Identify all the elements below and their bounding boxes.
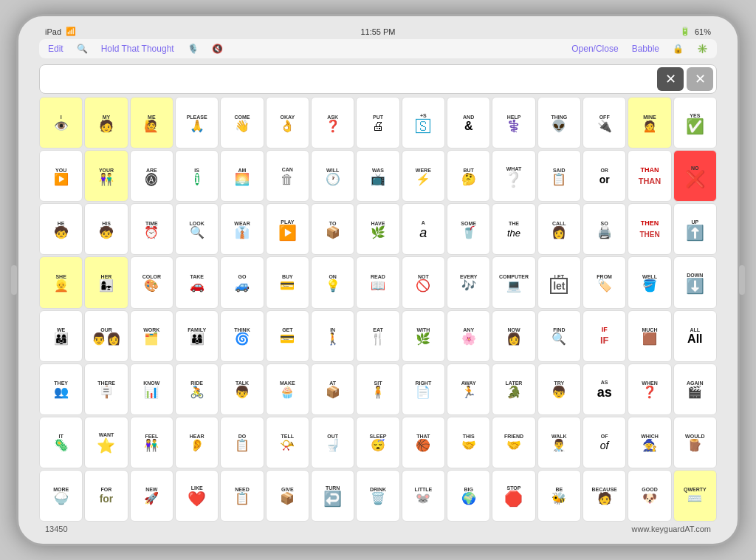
- cell-am[interactable]: AM: [220, 150, 264, 202]
- cell-her[interactable]: HER: [84, 256, 128, 308]
- cell-play[interactable]: PLAY: [266, 203, 309, 255]
- cell-is[interactable]: IS: [175, 150, 219, 202]
- cell-because[interactable]: BECAUSE: [583, 470, 626, 522]
- cell-turn[interactable]: TURN: [311, 470, 354, 522]
- cell-not[interactable]: NOT: [402, 256, 445, 308]
- cell-than[interactable]: THAN: [628, 150, 671, 202]
- cell-have[interactable]: HAVE: [356, 203, 399, 255]
- cell-give[interactable]: GIVE: [266, 470, 309, 522]
- cell-thing[interactable]: THING: [537, 97, 581, 148]
- cell-get[interactable]: GET: [266, 310, 309, 362]
- cell-eat[interactable]: EAT: [356, 310, 399, 362]
- cell-want[interactable]: WANT: [84, 417, 128, 468]
- cell-would[interactable]: WOULD: [673, 417, 717, 468]
- cell-for[interactable]: FOR: [84, 470, 128, 522]
- cell-let[interactable]: LET: [537, 256, 581, 308]
- cell-family[interactable]: FAMILY: [175, 310, 219, 362]
- side-button-left[interactable]: [11, 265, 17, 295]
- cell-he[interactable]: HE: [39, 203, 83, 255]
- cell-put[interactable]: PUT: [356, 97, 399, 148]
- text-input-bar[interactable]: ✕ ✕: [39, 64, 717, 94]
- cell-our[interactable]: OUR: [84, 310, 128, 362]
- cell-much[interactable]: MUCH: [628, 310, 671, 362]
- cell-friend[interactable]: FRIEND: [492, 417, 535, 468]
- cell-we[interactable]: WE: [39, 310, 83, 362]
- mic-icon[interactable]: 🎙️: [185, 42, 202, 55]
- cell-talk[interactable]: TALK: [220, 363, 264, 415]
- delete-char-button[interactable]: ✕: [687, 67, 713, 91]
- speaker-icon[interactable]: 🔇: [209, 42, 226, 55]
- cell-buy[interactable]: BUY: [266, 256, 309, 308]
- cell-later[interactable]: LATER: [492, 363, 535, 415]
- cell-were[interactable]: WERE: [402, 150, 445, 202]
- cell-there[interactable]: THERE: [84, 363, 128, 415]
- cell-walk[interactable]: WALK: [537, 417, 581, 468]
- cell-color[interactable]: COLOR: [130, 256, 173, 308]
- cell-do[interactable]: DO: [220, 417, 264, 468]
- cell-well[interactable]: WELL: [628, 256, 671, 308]
- cell-from[interactable]: FROM: [583, 256, 626, 308]
- cell-away[interactable]: AWAY: [447, 363, 490, 415]
- cell-down[interactable]: DOWN: [673, 256, 717, 308]
- cell-go[interactable]: GO: [220, 256, 264, 308]
- cell-s[interactable]: +S: [402, 97, 445, 148]
- cell-take[interactable]: TAKE: [175, 256, 219, 308]
- cell-wear[interactable]: WEAR: [220, 203, 264, 255]
- cell-know[interactable]: KNOW: [130, 363, 173, 415]
- cell-read[interactable]: READ: [356, 256, 399, 308]
- cell-qwerty[interactable]: QWERTY: [673, 470, 717, 522]
- cell-are[interactable]: ARE: [130, 150, 173, 202]
- cell-the[interactable]: THE: [492, 203, 535, 255]
- cell-any[interactable]: ANY: [447, 310, 490, 362]
- babble-button[interactable]: Babble: [629, 42, 662, 55]
- cell-need[interactable]: NEED: [220, 470, 264, 522]
- cell-it[interactable]: IT: [39, 417, 83, 468]
- cell-okay[interactable]: OKAY: [266, 97, 309, 148]
- cell-time[interactable]: TIME: [130, 203, 173, 255]
- cell-yes[interactable]: YES: [673, 97, 717, 148]
- cell-help[interactable]: HELP: [492, 97, 535, 148]
- cell-which[interactable]: WHICH: [628, 417, 671, 468]
- cell-when[interactable]: WHEN: [628, 363, 671, 415]
- cell-mine[interactable]: MINE: [628, 97, 671, 148]
- cell-but[interactable]: BUT: [447, 150, 490, 202]
- cell-again[interactable]: AGAIN: [673, 363, 717, 415]
- cell-said[interactable]: SAID: [537, 150, 581, 202]
- cell-be[interactable]: BE: [537, 470, 581, 522]
- cell-on[interactable]: ON: [311, 256, 354, 308]
- lock-icon[interactable]: 🔒: [670, 42, 687, 55]
- cell-to[interactable]: TO: [311, 203, 354, 255]
- cell-what[interactable]: WHAT: [492, 150, 535, 202]
- cell-off[interactable]: OFF: [583, 97, 626, 148]
- cell-more[interactable]: MORE: [39, 470, 83, 522]
- cell-up[interactable]: UP: [673, 203, 717, 255]
- cell-i[interactable]: I: [39, 97, 83, 148]
- cell-can[interactable]: CAN: [266, 150, 309, 202]
- cell-computer[interactable]: COMPUTER: [492, 256, 535, 308]
- cell-they[interactable]: THEY: [39, 363, 83, 415]
- cell-make[interactable]: MAKE: [266, 363, 309, 415]
- cell-come[interactable]: COME: [220, 97, 264, 148]
- cell-work[interactable]: WORK: [130, 310, 173, 362]
- cell-no[interactable]: NO: [673, 150, 717, 202]
- open-close-button[interactable]: Open/Close: [568, 42, 621, 55]
- cell-in[interactable]: IN: [311, 310, 354, 362]
- cell-big[interactable]: BIG: [447, 470, 490, 522]
- cell-now[interactable]: NOW: [492, 310, 535, 362]
- cell-your[interactable]: YOUR: [84, 150, 128, 202]
- cell-and[interactable]: AND: [447, 97, 490, 148]
- cell-ride[interactable]: RIDE: [175, 363, 219, 415]
- cell-at[interactable]: AT: [311, 363, 354, 415]
- cell-a[interactable]: A: [402, 203, 445, 255]
- cell-out[interactable]: OUT: [311, 417, 354, 468]
- cell-this[interactable]: THIS: [447, 417, 490, 468]
- cell-some[interactable]: SOME: [447, 203, 490, 255]
- cell-she[interactable]: SHE: [39, 256, 83, 308]
- cell-hear[interactable]: HEAR: [175, 417, 219, 468]
- cell-find[interactable]: FIND: [537, 310, 581, 362]
- cell-new[interactable]: NEW: [130, 470, 173, 522]
- cell-his[interactable]: HIS: [84, 203, 128, 255]
- cell-little[interactable]: LITTLE: [402, 470, 445, 522]
- cell-like[interactable]: LIKE: [175, 470, 219, 522]
- cell-every[interactable]: EVERY: [447, 256, 490, 308]
